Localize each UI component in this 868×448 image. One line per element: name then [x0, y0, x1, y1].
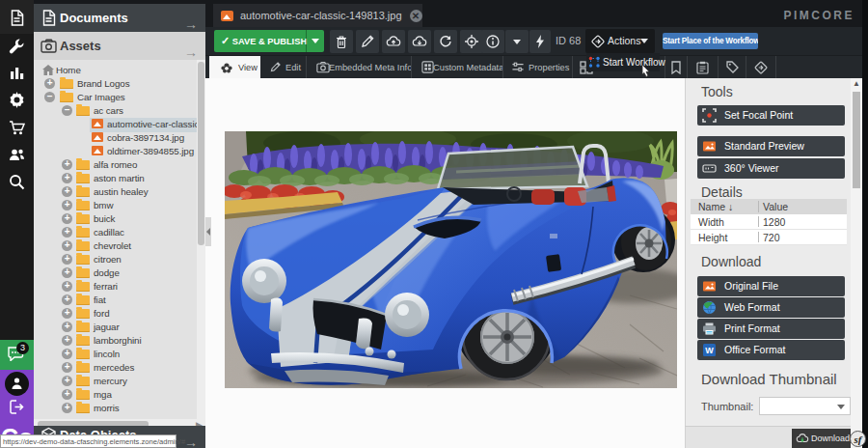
svg-text:W: W	[705, 346, 714, 355]
